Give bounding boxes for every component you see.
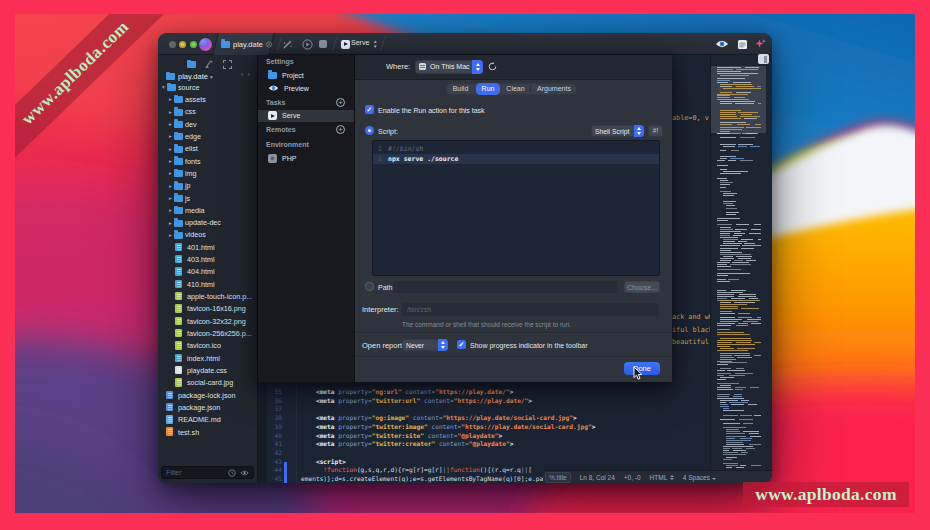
tree-item[interactable]: social-card.jpg	[158, 377, 257, 389]
tree-item[interactable]: ▸update-dec	[158, 217, 257, 229]
settings-nav-item-php[interactable]: PHP	[258, 152, 354, 165]
symbol-path-chip[interactable]: %.title	[545, 472, 571, 483]
tree-item[interactable]: package-lock.json	[158, 389, 257, 401]
chevron-right-icon[interactable]: ▸	[169, 109, 172, 115]
tree-item[interactable]: test.sh	[158, 426, 257, 438]
task-selector-label[interactable]: Serve	[351, 39, 369, 46]
task-selector-stepper[interactable]: ▲▼	[373, 39, 377, 49]
tree-item[interactable]: favicon.ico	[158, 340, 257, 352]
script-editor[interactable]: 1#!/bin/sh2npx serve ./source	[372, 140, 660, 276]
filter-field[interactable]: Filter	[161, 466, 254, 479]
stop-icon[interactable]	[316, 37, 330, 51]
publish-icon[interactable]	[735, 37, 749, 51]
path-radio[interactable]	[365, 282, 374, 291]
tree-item[interactable]: favicon-32x32.png	[158, 315, 257, 327]
tree-item[interactable]: ▸fonts	[158, 155, 257, 167]
zoom-button[interactable]	[190, 41, 197, 48]
file-icon-html	[175, 354, 182, 363]
editor-code-line: 44 !function(g,s,q,r,d){r=g[r]=g[r]||fun…	[301, 466, 532, 475]
settings-nav-item-preview[interactable]: Preview	[258, 82, 354, 95]
task-chip-icon[interactable]	[338, 37, 352, 51]
preview-eye-icon[interactable]	[715, 37, 729, 51]
clean-wand-icon[interactable]	[280, 37, 294, 51]
tree-item[interactable]: ▸img	[158, 167, 257, 179]
tree-item[interactable]: ▸edge	[158, 130, 257, 142]
sidebar-history-nav[interactable]: ‹›	[241, 70, 254, 79]
settings-nav-item-serve[interactable]: Serve	[258, 110, 354, 123]
tree-item[interactable]: favicon-16x16.png	[158, 303, 257, 315]
tree-item[interactable]: 404.html	[158, 266, 257, 278]
chevron-right-icon[interactable]: ▸	[169, 121, 172, 127]
tree-item[interactable]: ▸elist	[158, 143, 257, 155]
tree-item[interactable]: README.md	[158, 414, 257, 426]
files-tab-icon[interactable]	[187, 61, 196, 68]
tab-arguments[interactable]: Arguments	[531, 83, 577, 95]
recent-clock-icon[interactable]	[228, 469, 236, 477]
enable-checkbox[interactable]: ✓	[365, 105, 374, 114]
tree-item[interactable]: ▾source	[158, 81, 257, 93]
tree-item[interactable]: index.html	[158, 352, 257, 364]
chevron-down-icon[interactable]: ▾	[162, 84, 165, 90]
chevron-right-icon[interactable]: ▸	[169, 146, 172, 152]
minimize-button[interactable]	[179, 41, 186, 48]
tree-item[interactable]: apple-touch-icon.p...	[158, 290, 257, 302]
indent-selector[interactable]: 4 Spaces	[683, 474, 710, 481]
tree-item[interactable]: package.json	[158, 401, 257, 413]
language-selector[interactable]: HTML	[650, 474, 668, 481]
close-button[interactable]	[169, 41, 176, 48]
chevron-right-icon[interactable]: ▸	[169, 220, 172, 226]
chevron-right-icon[interactable]: ▸	[169, 207, 172, 213]
chevron-right-icon[interactable]: ▸	[169, 183, 172, 189]
tree-item[interactable]: ▸media	[158, 204, 257, 216]
sparkle-icon[interactable]	[753, 37, 767, 51]
tree-item[interactable]: 403.html	[158, 253, 257, 265]
expand-tab-icon[interactable]	[222, 59, 233, 70]
minimap[interactable]	[710, 55, 766, 470]
window-titlebar: play.date	[158, 33, 772, 55]
script-radio[interactable]	[365, 126, 374, 135]
tab-close-icon[interactable]	[266, 41, 272, 48]
watermark-badge-text: www.aplboda.com	[755, 484, 897, 505]
folder-icon	[221, 41, 230, 48]
chevron-right-icon[interactable]: ▸	[169, 170, 172, 176]
editor-tab-content[interactable]: play.date	[216, 33, 272, 55]
add-icon[interactable]: +	[336, 98, 345, 107]
add-icon[interactable]: +	[336, 125, 345, 134]
tab-run[interactable]: Run	[476, 83, 500, 95]
path-field[interactable]	[393, 281, 617, 293]
tree-item[interactable]: ▸dev	[158, 118, 257, 130]
interpreter-field[interactable]	[402, 303, 659, 316]
tree-item[interactable]: 401.html	[158, 241, 257, 253]
hidden-files-eye-icon[interactable]	[240, 469, 249, 477]
refresh-icon[interactable]	[488, 62, 497, 71]
script-type-dropdown[interactable]: Shell Script	[591, 125, 644, 137]
run-play-icon[interactable]	[300, 37, 314, 51]
tree-item[interactable]: ▸css	[158, 106, 257, 118]
choose-button[interactable]: Choose...	[624, 281, 660, 293]
dropdown-stepper-icon	[472, 60, 483, 75]
tab-clean[interactable]: Clean	[501, 83, 530, 95]
chevron-right-icon[interactable]: ▸	[169, 158, 172, 164]
where-dropdown[interactable]: On This Mac	[415, 60, 483, 75]
tree-item[interactable]: ▸js	[158, 192, 257, 204]
sidebar-toggle-icon[interactable]	[758, 54, 769, 64]
chevron-right-icon[interactable]: ▸	[169, 195, 172, 201]
shebang-button[interactable]: #!	[648, 125, 663, 137]
settings-nav-item-project[interactable]: Project	[258, 69, 354, 82]
line-number: 39	[258, 423, 282, 432]
tree-item[interactable]: playdate.css	[158, 364, 257, 376]
tree-item[interactable]: ▸assets	[158, 93, 257, 105]
tab-build[interactable]: Build	[446, 83, 475, 95]
chevron-right-icon[interactable]: ▸	[169, 232, 172, 238]
chevron-right-icon[interactable]: ▸	[169, 96, 172, 102]
tree-item-label: 401.html	[187, 243, 215, 252]
tree-item[interactable]: 410.html	[158, 278, 257, 290]
file-icon-css	[175, 366, 182, 375]
progress-checkbox[interactable]: ✓	[457, 340, 466, 349]
chevron-right-icon[interactable]: ▸	[169, 133, 172, 139]
open-report-dropdown[interactable]: Never	[402, 339, 448, 351]
tree-item[interactable]: ▸jp	[158, 180, 257, 192]
symbols-tab-icon[interactable]	[204, 59, 215, 70]
tree-item[interactable]: favicon-256x256.p...	[158, 327, 257, 339]
tree-item[interactable]: ▸videos	[158, 229, 257, 241]
